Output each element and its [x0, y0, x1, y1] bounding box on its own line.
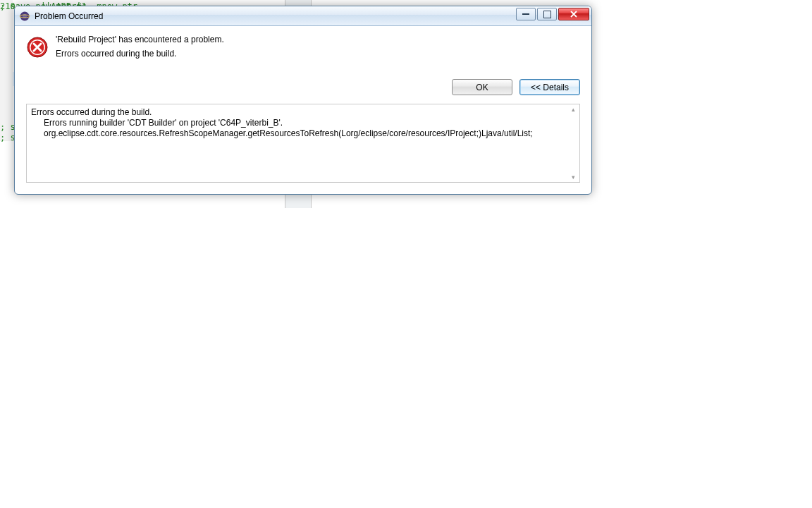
- ok-button[interactable]: OK: [452, 79, 512, 95]
- error-subtext: Errors occurred during the build.: [56, 49, 224, 59]
- eclipse-icon: [19, 11, 30, 22]
- error-icon: [26, 36, 49, 61]
- close-button[interactable]: [558, 8, 589, 20]
- dialog-title: Problem Occurred: [35, 11, 103, 21]
- scroll-up-icon[interactable]: ▴: [572, 106, 575, 113]
- details-line: Errors running builder 'CDT Builder' on …: [31, 118, 565, 128]
- details-button[interactable]: << Details: [519, 79, 580, 95]
- svg-point-2: [23, 14, 27, 18]
- maximize-button[interactable]: [537, 8, 557, 20]
- dialog-titlebar[interactable]: Problem Occurred: [15, 6, 591, 26]
- details-textarea[interactable]: Errors occurred during the build. Errors…: [26, 104, 580, 183]
- problem-dialog: Problem Occurred 'Rebuild Project' has e…: [14, 6, 592, 195]
- details-scrollbar[interactable]: ▴ ▾: [568, 106, 578, 181]
- minimize-button[interactable]: [516, 8, 536, 20]
- details-line: Errors occurred during the build.: [31, 107, 565, 118]
- error-heading: 'Rebuild Project' has encountered a prob…: [56, 35, 224, 44]
- details-line: org.eclipse.cdt.core.resources.RefreshSc…: [31, 128, 565, 139]
- scroll-down-icon[interactable]: ▾: [572, 174, 575, 181]
- dialog-content: 'Rebuild Project' has encountered a prob…: [15, 26, 591, 65]
- dialog-button-row: OK << Details: [15, 65, 591, 104]
